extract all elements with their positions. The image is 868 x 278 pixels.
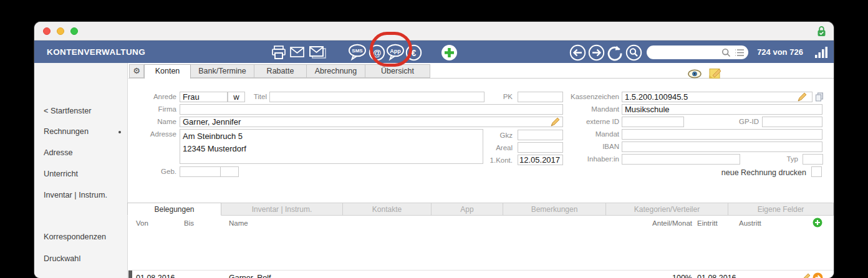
adresse-label: Adresse — [128, 130, 176, 139]
signal-strength-icon — [815, 46, 829, 61]
add-belegung-icon[interactable] — [813, 218, 822, 230]
copy-icon[interactable] — [815, 92, 824, 104]
kassenzeichen-label: Kassenzeichen — [557, 93, 619, 102]
search-list-icon[interactable] — [735, 49, 745, 57]
tab-konten[interactable]: Konten — [144, 64, 191, 79]
row-von: 01.08.2016 — [136, 274, 175, 278]
neue-rechnung-checkbox[interactable] — [811, 166, 822, 177]
close-window-button[interactable] — [43, 27, 51, 35]
titel-input[interactable] — [269, 92, 485, 102]
gkz-label: Gkz — [481, 132, 513, 140]
tab-rabatte[interactable]: Rabatte — [254, 64, 307, 78]
email-icon[interactable] — [290, 47, 304, 60]
svg-text:@: @ — [373, 48, 382, 58]
sidebar-item-korrespondenzen[interactable]: Korrespondenzen — [34, 232, 128, 243]
externe-id-label: externe ID — [557, 118, 619, 127]
row-anteil: 100% — [630, 274, 692, 278]
col-header-von: Von — [136, 219, 148, 227]
gp-id-label: GP-ID — [709, 118, 759, 127]
pk-label: PK — [481, 93, 513, 102]
toolbar: KONTENVERWALTUNG SMS — [34, 41, 834, 63]
gp-id-input[interactable] — [762, 117, 822, 127]
col-header-anteil: Anteil/Monat — [630, 219, 692, 227]
areal-label: Areal — [481, 144, 513, 153]
firma-label: Firma — [128, 105, 176, 114]
tab-belegungen[interactable]: Belegungen — [127, 203, 221, 216]
tab-app[interactable]: App — [431, 203, 503, 216]
sidebar-item-adresse[interactable]: Adresse — [34, 148, 128, 159]
email-batch-icon[interactable] — [309, 46, 326, 61]
tab-kontakte[interactable]: Kontakte — [342, 203, 432, 216]
col-header-austritt: Austritt — [739, 219, 761, 227]
record-count: 724 von 726 — [756, 41, 804, 64]
security-lock-icon — [817, 26, 826, 39]
module-title: KONTENVERWALTUNG — [47, 41, 145, 64]
anrede-label: Anrede — [128, 93, 176, 102]
nav-back-icon[interactable] — [569, 44, 586, 64]
row-name: Garner, Rolf — [229, 274, 271, 278]
titel-label: Titel — [236, 93, 267, 102]
neue-rechnung-label: neue Rechnung drucken — [655, 168, 806, 177]
settings-gear-tab[interactable]: ⚙ — [129, 64, 144, 78]
sidebar-item-startfenster[interactable]: < Startfenster — [34, 107, 128, 117]
app-message-icon[interactable]: App — [386, 44, 405, 64]
note-edit-icon[interactable] — [709, 67, 721, 82]
tab-abrechnung[interactable]: Abrechnung — [306, 64, 365, 78]
externe-id-input[interactable] — [622, 117, 684, 127]
refresh-icon[interactable] — [607, 44, 624, 64]
geb-input[interactable] — [180, 166, 221, 177]
mandant-input[interactable] — [622, 104, 822, 115]
tab-uebersicht[interactable]: Übersicht — [365, 64, 430, 78]
typ-input[interactable] — [803, 154, 823, 165]
euro-billing-icon[interactable]: € — [405, 44, 422, 64]
row-goto-arrow-icon[interactable] — [813, 272, 823, 278]
main-tabs: Konten Bank/Termine Rabatte Abrechnung Ü… — [145, 64, 430, 79]
row-edit-pencil-icon[interactable] — [801, 272, 811, 278]
name-input[interactable] — [180, 117, 563, 127]
search-box — [647, 46, 748, 59]
tab-kategorien-verteiler[interactable]: Kategorien/Verteiler — [605, 203, 728, 216]
rechnungen-indicator-dot — [118, 131, 121, 133]
sidebar: < Startfenster Rechnungen Adresse Unterr… — [34, 63, 128, 278]
row-selection-bar — [128, 271, 132, 278]
firma-input[interactable] — [180, 104, 563, 115]
col-header-bis: Bis — [184, 219, 194, 227]
mandat-input[interactable] — [622, 129, 822, 140]
search-tool-icon[interactable] — [625, 44, 642, 64]
detail-tabs: Belegungen Inventar | Instrum. Kontakte … — [128, 203, 834, 216]
search-input[interactable] — [647, 47, 721, 58]
print-icon[interactable] — [271, 45, 286, 62]
inhaber-input[interactable] — [622, 154, 740, 165]
sidebar-item-inventar[interactable]: Inventar | Instrum. — [34, 191, 128, 201]
maximize-window-button[interactable] — [70, 27, 78, 35]
tab-bemerkungen[interactable]: Bemerkungen — [503, 203, 606, 216]
geb-label: Geb. — [128, 168, 176, 176]
at-email-icon[interactable]: @ — [369, 44, 385, 64]
sms-icon[interactable]: SMS — [348, 44, 367, 64]
iban-label: IBAN — [557, 143, 619, 151]
geb-extra-input[interactable] — [220, 166, 239, 177]
kassenzeichen-input[interactable] — [622, 92, 813, 102]
eye-icon[interactable] — [688, 69, 702, 81]
titlebar — [34, 22, 834, 41]
sidebar-item-rechnungen[interactable]: Rechnungen — [34, 127, 128, 138]
tab-bank-termine[interactable]: Bank/Termine — [190, 64, 254, 78]
tab-eigene-felder[interactable]: Eigene Felder — [728, 203, 834, 216]
search-icon — [721, 48, 731, 57]
add-record-icon[interactable] — [441, 44, 458, 64]
table-header-divider — [128, 270, 834, 271]
adresse-textarea[interactable]: Am Steinbruch 5 12345 Musterdorf — [180, 129, 483, 164]
kassenzeichen-edit-pencil-icon[interactable] — [797, 92, 808, 105]
erstkontakt-label: 1.Kont. — [481, 156, 513, 165]
col-header-name: Name — [229, 219, 248, 227]
sidebar-item-druckwahl[interactable]: Druckwahl — [34, 254, 128, 265]
iban-input[interactable] — [622, 141, 822, 152]
minimize-window-button[interactable] — [57, 27, 64, 35]
name-label: Name — [128, 118, 176, 127]
mandant-label: Mandant — [557, 105, 619, 114]
tab-inventar-instrum[interactable]: Inventar | Instrum. — [221, 203, 343, 216]
sidebar-item-unterricht[interactable]: Unterricht — [34, 170, 128, 180]
nav-forward-icon[interactable] — [588, 44, 605, 64]
mandat-label: Mandat — [557, 130, 619, 139]
anrede-input[interactable] — [180, 92, 228, 102]
